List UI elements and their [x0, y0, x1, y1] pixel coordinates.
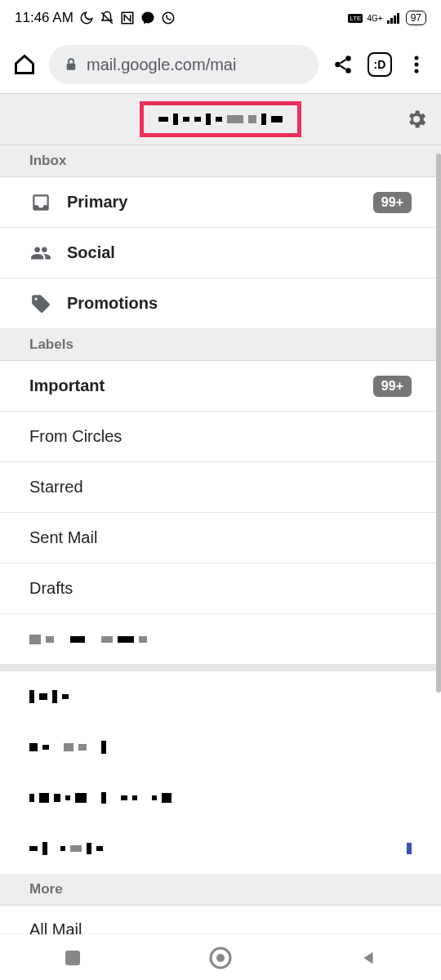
nav-custom-label-redacted[interactable]	[0, 823, 441, 874]
tab-count: :D	[374, 58, 386, 71]
nav-social[interactable]: Social	[0, 228, 441, 278]
network-type: 4G+	[367, 14, 382, 23]
menu-button[interactable]	[403, 51, 430, 78]
svg-point-4	[335, 62, 341, 68]
battery-icon: 97	[406, 11, 426, 25]
mute-icon	[100, 11, 114, 25]
svg-point-3	[345, 56, 351, 61]
svg-point-6	[415, 56, 419, 60]
back-button[interactable]	[359, 949, 377, 967]
svg-point-5	[345, 68, 351, 74]
inbox-icon	[29, 191, 52, 214]
signal-icon	[387, 12, 402, 24]
people-icon	[29, 242, 52, 265]
nav-label: Sent Mail	[29, 528, 412, 547]
recents-button[interactable]	[64, 949, 82, 967]
volte-icon: LTE	[348, 14, 363, 23]
home-system-button[interactable]	[208, 946, 233, 970]
svg-point-1	[163, 12, 174, 24]
svg-rect-2	[67, 64, 76, 70]
svg-point-8	[415, 69, 419, 74]
messenger-icon	[140, 11, 155, 25]
labels-section-header: Labels	[0, 329, 441, 361]
battery-level: 97	[411, 12, 421, 24]
whatsapp-icon	[161, 11, 176, 25]
settings-button[interactable]	[403, 106, 430, 132]
moon-icon	[79, 11, 94, 25]
nav-label: Important	[29, 376, 359, 395]
nav-drafts[interactable]: Drafts	[0, 564, 441, 614]
nav-label: Starred	[29, 478, 412, 497]
nav-label: Drafts	[29, 579, 412, 598]
account-email-redacted[interactable]	[140, 101, 301, 137]
nav-promotions[interactable]: Promotions	[0, 278, 441, 329]
home-button[interactable]	[11, 51, 38, 78]
tabs-button[interactable]: :D	[368, 52, 392, 77]
scroll-indicator[interactable]	[436, 154, 441, 693]
nav-custom-label-redacted[interactable]	[0, 722, 441, 773]
svg-rect-9	[65, 951, 80, 965]
label-color-indicator	[407, 843, 412, 854]
svg-point-7	[415, 63, 419, 67]
nav-custom-label-redacted[interactable]	[0, 671, 441, 722]
nav-label: Social	[67, 243, 412, 262]
nav-from-circles[interactable]: From Circles	[0, 412, 441, 462]
count-badge: 99+	[373, 376, 412, 397]
nav-label: Primary	[67, 193, 359, 212]
nav-primary[interactable]: Primary 99+	[0, 177, 441, 228]
nav-custom-label-redacted[interactable]	[0, 773, 441, 823]
system-nav-bar	[0, 934, 441, 980]
status-bar: 11:46 AM LTE 4G+ 97	[0, 0, 441, 36]
status-left: 11:46 AM	[15, 10, 176, 26]
nfc-icon	[120, 11, 135, 25]
nav-custom-label-redacted[interactable]	[0, 614, 441, 665]
url-text: mail.google.com/mai	[87, 56, 236, 74]
nav-sent-mail[interactable]: Sent Mail	[0, 513, 441, 564]
lock-icon	[64, 57, 78, 72]
account-header	[0, 93, 441, 145]
inbox-section-header: Inbox	[0, 145, 441, 177]
tag-icon	[29, 292, 52, 315]
nav-label: Promotions	[67, 294, 412, 313]
nav-important[interactable]: Important 99+	[0, 361, 441, 412]
more-section-header: More	[0, 874, 441, 906]
status-time: 11:46 AM	[15, 10, 74, 26]
nav-label: From Circles	[29, 427, 412, 446]
nav-starred[interactable]: Starred	[0, 462, 441, 513]
divider	[0, 665, 441, 671]
browser-toolbar: mail.google.com/mai :D	[0, 36, 441, 93]
svg-point-11	[216, 954, 225, 962]
address-bar[interactable]: mail.google.com/mai	[49, 45, 318, 84]
status-right: LTE 4G+ 97	[348, 11, 426, 25]
share-button[interactable]	[330, 51, 356, 78]
count-badge: 99+	[373, 192, 412, 213]
